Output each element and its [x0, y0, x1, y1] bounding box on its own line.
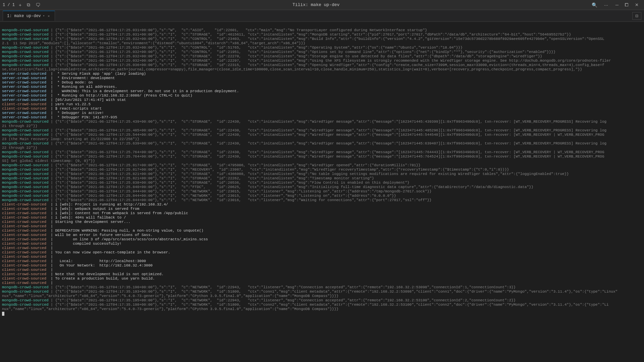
restore-button[interactable]: ⧠: [622, 2, 632, 8]
terminal-cursor: [2, 312, 4, 316]
tab-dropdown-icon[interactable]: ▾: [43, 14, 45, 18]
terminal-line: client-crowd-sourced |: [2, 224, 642, 229]
terminal-line: mongodb-crowd-sourced | {"t":{"$date":"2…: [2, 290, 642, 294]
more-options-button[interactable]: ···: [602, 2, 610, 8]
terminal-line: mongodb-crowd-sourced | {"t":{"$date":"2…: [2, 63, 642, 67]
terminal-line: server-crowd-sourced | * Debug mode: on: [2, 80, 642, 85]
terminal-line: client-crowd-sourced | $ react-scripts s…: [2, 107, 642, 111]
terminal-line: mongodb-crowd-sourced | {"t":{"$date":"2…: [2, 54, 642, 59]
terminal-line: client-crowd-sourced | yarn run v1.22.5: [2, 102, 642, 107]
terminal-line: mongodb-crowd-sourced | {"t":{"$date":"2…: [2, 46, 642, 50]
terminal-line: client-crowd-sourced |: [2, 255, 642, 259]
terminal-line: mongodb-crowd-sourced | {"t":{"$date":"2…: [2, 128, 642, 133]
tab-close-button[interactable]: ✕: [47, 14, 51, 18]
terminal-line: SS] Set global oldest timestamp: {0, 0}"…: [2, 159, 642, 163]
terminal-line: mongodb-crowd-sourced | {"t":{"$date":"2…: [2, 155, 642, 159]
terminal-line: mongodb-crowd-sourced | {"t":{"$date":"2…: [2, 37, 642, 41]
terminal-line: mongodb-crowd-sourced | {"t":{"$date":"2…: [2, 33, 642, 37]
terminal-line: mongodb-crowd-sourced | {"t":{"$date":"2…: [2, 59, 642, 63]
terminal-line: mongodb-crowd-sourced | {"t":{"$date":"2…: [2, 298, 642, 303]
terminal-line: client-crowd-sourced | will be an error …: [2, 233, 642, 237]
tab-label: 1: make up-dev: [7, 14, 41, 18]
terminal-line: client-crowd-sourced |: [2, 268, 642, 272]
terminal-line: server-crowd-sourced | * Running on all …: [2, 85, 642, 89]
terminal-line: mongodb-crowd-sourced | {"t":{"$date":"2…: [2, 133, 642, 137]
terminal-line: nux","name":"linux","architecture":"x86_…: [2, 294, 642, 298]
tab-info: 1 / 1: [3, 3, 15, 7]
terminal-line: client-crowd-sourced | compiled successf…: [2, 242, 642, 246]
search-button[interactable]: 🔍: [590, 2, 599, 8]
terminal-line: mongodb-crowd-sourced | {"t":{"$date":"2…: [2, 163, 642, 168]
terminal-line: server-crowd-sourced | * Debugger is act…: [2, 111, 642, 115]
close-button[interactable]: ✕: [632, 2, 641, 8]
terminal-line: client-crowd-sourced | i [wds]: Content …: [2, 211, 642, 216]
terminal-line: 21 through 22"}}: [2, 124, 642, 128]
terminal-line: mongodb-crowd-sourced | {"t":{"$date":"2…: [2, 185, 642, 189]
terminal-line: mongodb-crowd-sourced | {"t":{"$date":"2…: [2, 28, 642, 33]
title-bar-right: 🔍 ··· ─ ⧠ ✕: [590, 2, 641, 8]
add-tab-button[interactable]: +: [17, 1, 23, 8]
terminal-line: client-crowd-sourced | i [wds]: webpack …: [2, 207, 642, 211]
terminal-line: client-crowd-sourced | DEPRECATION WARNI…: [2, 229, 642, 233]
terminal-output: mongodb-crowd-sourced | {"t":{"$date":"2…: [0, 22, 644, 362]
terminal-line: client-crowd-sourced | To create a produ…: [2, 277, 642, 281]
terminal-line: server-crowd-sourced | WARNING: This is …: [2, 89, 642, 94]
terminal-line: client-crowd-sourced | Note that the dev…: [2, 272, 642, 277]
terminal-line: mongodb-crowd-sourced | {"t":{"$date":"2…: [2, 194, 642, 198]
terminal-line: mongodb-crowd-sourced | {"t":{"$date":"2…: [2, 120, 642, 124]
terminal-line: mongodb-crowd-sourced | {"t":{"$date":"2…: [2, 150, 642, 155]
terminal-line: client-crowd-sourced | On Your Network: …: [2, 263, 642, 268]
terminal-line: client-crowd-sourced | on line 3 of /App…: [2, 237, 642, 242]
terminal-line: client-crowd-sourced | You can now view …: [2, 250, 642, 255]
terminal-line: 22 through 22"}}: [2, 146, 642, 150]
terminal-line: server-crowd-sourced | * Environment: de…: [2, 76, 642, 80]
maximize-terminal-button[interactable]: ⊡: [632, 12, 641, 20]
terminal-line: 2.1 11 Sep 2018","modules":[],"allocator…: [2, 41, 642, 46]
minimize-button[interactable]: ─: [613, 2, 621, 8]
terminal-line: mongodb-crowd-sourced | {"t":{"$date":"2…: [2, 285, 642, 290]
terminal-line: mongodb-crowd-sourced | {"t":{"$date":"2…: [2, 303, 642, 307]
title-bar: 1 / 1 + ⧉ 🗨 Tilix: make up-dev 🔍 ··· ─ ⧠…: [0, 0, 644, 10]
terminal-line: client-crowd-sourced | i [wds]: Project …: [2, 202, 642, 207]
terminal-line: mongodb-crowd-sourced | {"t":{"$date":"2…: [2, 50, 642, 54]
window-controls: ─ ⧠ ✕: [613, 2, 641, 8]
terminal-line: server-crowd-sourced | [05/Jun/2021 17:4…: [2, 98, 642, 102]
terminal-line: 23 (the Main recovery loop: starting at …: [2, 137, 642, 141]
terminal-line: mongodb-crowd-sourced | {"t":{"$date":"2…: [2, 181, 642, 185]
terminal-line: mongodb-crowd-sourced | {"t":{"$date":"2…: [2, 141, 642, 146]
terminal-line: nux","name":"linux","architecture":"x86_…: [2, 307, 642, 311]
terminal-line: mongodb-crowd-sourced | {"t":{"$date":"2…: [2, 168, 642, 172]
tab-bar: 1: make up-dev ▾ ✕ ⊡: [0, 10, 644, 22]
tab-buttons: + ⧉ 🗨: [17, 1, 42, 8]
chat-button[interactable]: 🗨: [34, 1, 42, 8]
duplicate-tab-button[interactable]: ⧉: [25, 1, 32, 8]
title-bar-left: 1 / 1 + ⧉ 🗨: [3, 1, 42, 8]
terminal-line: mongodb-crowd-sourced | {"t":{"$date":"2…: [2, 172, 642, 176]
terminal-line: server-crowd-sourced | * Debugger PIN: 1…: [2, 115, 642, 120]
terminal-line: client-crowd-sourced |: [2, 246, 642, 250]
terminal-line: server-crowd-sourced | * Serving Flask a…: [2, 72, 642, 76]
terminal-line: se,statistics=(fast),log=(enabled=true,a…: [2, 67, 642, 72]
window-title: Tilix: make up-dev: [45, 2, 587, 7]
terminal-line: client-crowd-sourced | Local: http://loc…: [2, 259, 642, 263]
terminal-line: client-crowd-sourced |: [2, 281, 642, 285]
terminal-line: client-crowd-sourced | i [wds]: 404s wil…: [2, 216, 642, 220]
terminal-line: client-crowd-sourced | Starting the deve…: [2, 220, 642, 224]
terminal-line: server-crowd-sourced | * Running on http…: [2, 94, 642, 98]
active-tab[interactable]: 1: make up-dev ▾ ✕: [3, 11, 55, 21]
terminal-line: mongodb-crowd-sourced | {"t":{"$date":"2…: [2, 189, 642, 194]
terminal-line: mongodb-crowd-sourced | {"t":{"$date":"2…: [2, 176, 642, 181]
terminal-line: mongodb-crowd-sourced | {"t":{"$date":"2…: [2, 198, 642, 202]
